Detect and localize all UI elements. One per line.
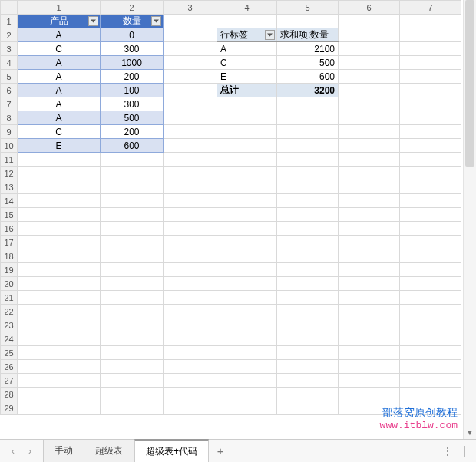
filter-dropdown-icon[interactable]: [88, 16, 98, 26]
cell[interactable]: [277, 194, 339, 208]
cell[interactable]: [18, 318, 101, 332]
cell[interactable]: [339, 208, 400, 222]
cell[interactable]: [18, 194, 101, 208]
table-cell[interactable]: 300: [101, 42, 164, 56]
row-header[interactable]: 14: [1, 194, 18, 208]
row-header[interactable]: 24: [1, 332, 18, 346]
cell[interactable]: [164, 374, 217, 388]
cell[interactable]: [400, 111, 461, 125]
cell[interactable]: [277, 332, 339, 346]
table-cell[interactable]: A: [18, 28, 101, 42]
cell[interactable]: [217, 374, 277, 388]
cell[interactable]: [339, 236, 400, 249]
cell[interactable]: [277, 374, 339, 388]
table-cell[interactable]: A: [18, 56, 101, 70]
table-cell[interactable]: 0: [101, 28, 164, 42]
cell[interactable]: [164, 180, 217, 194]
row-header[interactable]: 23: [1, 318, 18, 332]
cell[interactable]: [164, 318, 217, 332]
cell[interactable]: [400, 277, 461, 291]
cell[interactable]: [164, 153, 217, 167]
cell[interactable]: [217, 332, 277, 346]
filter-dropdown-icon[interactable]: [151, 16, 161, 26]
cell[interactable]: [339, 180, 400, 194]
cell[interactable]: [400, 208, 461, 222]
cell[interactable]: [164, 167, 217, 180]
column-header[interactable]: 2: [101, 1, 164, 15]
cell[interactable]: [217, 305, 277, 318]
cell[interactable]: [101, 208, 164, 222]
cell[interactable]: [339, 318, 400, 332]
cell[interactable]: [217, 180, 277, 194]
cell[interactable]: [400, 42, 461, 56]
pivot-total-value[interactable]: 3200: [277, 84, 339, 97]
cell[interactable]: [101, 318, 164, 332]
cell[interactable]: [400, 263, 461, 277]
cell[interactable]: [101, 332, 164, 346]
cell[interactable]: [277, 97, 339, 111]
tab-nav-next-icon[interactable]: ›: [28, 446, 31, 457]
column-header[interactable]: 1: [18, 1, 101, 15]
cell[interactable]: [164, 97, 217, 111]
cell[interactable]: [400, 180, 461, 194]
cell[interactable]: [400, 28, 461, 42]
select-all-corner[interactable]: [1, 1, 18, 15]
cell[interactable]: [18, 332, 101, 346]
cell[interactable]: [339, 28, 400, 42]
cell[interactable]: [339, 346, 400, 360]
cell[interactable]: [18, 305, 101, 318]
cell[interactable]: [339, 277, 400, 291]
table-cell[interactable]: C: [18, 42, 101, 56]
cell[interactable]: [277, 153, 339, 167]
table-cell[interactable]: 200: [101, 70, 164, 84]
cell[interactable]: [217, 291, 277, 305]
cell[interactable]: [217, 153, 277, 167]
cell[interactable]: [400, 125, 461, 139]
cell[interactable]: [339, 263, 400, 277]
pivot-row-label[interactable]: A: [217, 42, 277, 56]
scroll-down-arrow[interactable]: ▼: [464, 426, 476, 439]
row-header[interactable]: 8: [1, 111, 18, 125]
row-header[interactable]: 5: [1, 70, 18, 84]
cell[interactable]: [164, 194, 217, 208]
table-cell[interactable]: A: [18, 70, 101, 84]
table-cell[interactable]: 500: [101, 111, 164, 125]
cell[interactable]: [101, 291, 164, 305]
cell[interactable]: [217, 401, 277, 415]
cell[interactable]: [277, 167, 339, 180]
cell[interactable]: [101, 346, 164, 360]
cell[interactable]: [277, 222, 339, 236]
tab-menu-icon[interactable]: ⋮: [443, 446, 454, 457]
pivot-row-value[interactable]: 2100: [277, 42, 339, 56]
cell[interactable]: [164, 28, 217, 42]
cell[interactable]: [18, 222, 101, 236]
row-header[interactable]: 27: [1, 374, 18, 388]
row-header[interactable]: 6: [1, 84, 18, 97]
pivot-value-header[interactable]: 求和项:数量: [277, 28, 339, 42]
cell[interactable]: [101, 277, 164, 291]
cell[interactable]: [400, 346, 461, 360]
row-header[interactable]: 25: [1, 346, 18, 360]
cell[interactable]: [277, 388, 339, 401]
tab-split-handle[interactable]: [464, 446, 465, 457]
cell[interactable]: [217, 236, 277, 249]
cell[interactable]: [277, 346, 339, 360]
cell[interactable]: [101, 360, 164, 374]
table-cell[interactable]: 300: [101, 97, 164, 111]
scroll-thumb[interactable]: [465, 0, 474, 167]
cell[interactable]: [400, 388, 461, 401]
cell[interactable]: [164, 277, 217, 291]
cell[interactable]: [277, 305, 339, 318]
column-header[interactable]: 3: [164, 1, 217, 15]
cell[interactable]: [339, 222, 400, 236]
cell[interactable]: [400, 236, 461, 249]
vertical-scrollbar[interactable]: ▲ ▼: [463, 0, 476, 439]
cell[interactable]: [277, 180, 339, 194]
cell[interactable]: [164, 111, 217, 125]
cell[interactable]: [400, 15, 461, 28]
cell[interactable]: [400, 153, 461, 167]
cell[interactable]: [339, 291, 400, 305]
cell[interactable]: [277, 249, 339, 263]
row-header[interactable]: 11: [1, 153, 18, 167]
cell[interactable]: [339, 332, 400, 346]
